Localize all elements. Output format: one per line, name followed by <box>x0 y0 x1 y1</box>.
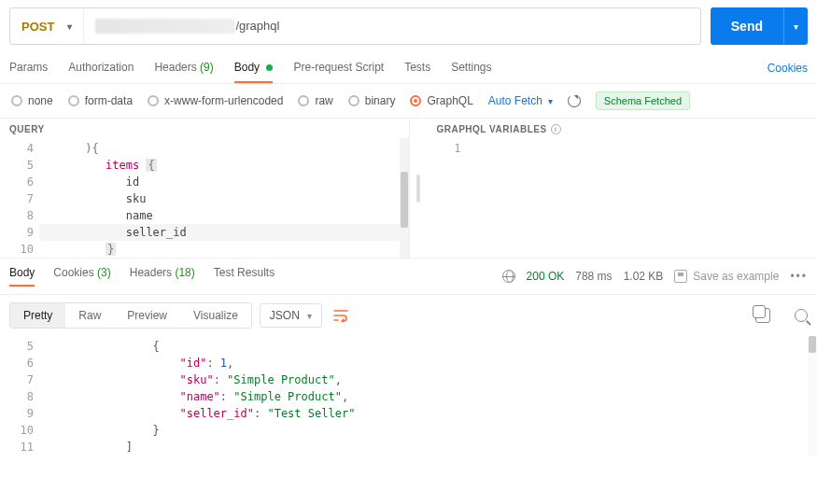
body-type-binary[interactable]: binary <box>348 94 396 107</box>
body-type-none[interactable]: none <box>11 94 53 107</box>
resp-time: 788 ms <box>575 270 612 283</box>
resp-tab-headers[interactable]: Headers (18) <box>130 266 195 287</box>
body-type-form-data[interactable]: form-data <box>68 94 133 107</box>
variables-gutter: 1 <box>427 138 466 258</box>
url-path: /graphql <box>235 19 279 33</box>
resp-headers-count: (18) <box>175 266 194 279</box>
view-preview-button[interactable]: Preview <box>114 303 180 328</box>
resp-tab-cookies[interactable]: Cookies (3) <box>53 266 110 287</box>
search-icon[interactable] <box>795 309 808 322</box>
resp-cookies-count: (3) <box>97 266 111 279</box>
tab-params[interactable]: Params <box>9 53 48 83</box>
cookies-link[interactable]: Cookies <box>768 62 808 75</box>
chevron-down-icon: ▾ <box>548 96 553 106</box>
radio-icon <box>410 95 421 106</box>
tab-headers[interactable]: Headers (9) <box>154 53 213 83</box>
http-method-label: POST <box>21 20 54 34</box>
chevron-down-icon: ▾ <box>794 21 798 32</box>
tab-body[interactable]: Body <box>234 53 274 83</box>
response-code: { "id": 1, "sku": "Simple Product", "nam… <box>39 336 817 455</box>
send-dropdown-button[interactable]: ▾ <box>783 7 808 45</box>
radio-icon <box>68 95 79 106</box>
query-scrollbar[interactable] <box>400 138 409 258</box>
resp-size: 1.02 KB <box>624 270 664 283</box>
tab-headers-count: (9) <box>200 61 214 74</box>
variables-editor-title: GRAPHQL VARIABLES <box>436 124 546 134</box>
tab-settings[interactable]: Settings <box>451 53 491 83</box>
info-icon[interactable]: i <box>551 124 561 134</box>
query-code[interactable]: ){ items { id sku name seller_id } } <box>39 138 409 258</box>
query-editor[interactable]: 4567891011 ){ items { id sku name seller… <box>0 138 409 258</box>
view-visualize-button[interactable]: Visualize <box>180 303 251 328</box>
tab-authorization[interactable]: Authorization <box>68 53 134 83</box>
tab-prerequest[interactable]: Pre-request Script <box>293 53 384 83</box>
radio-icon <box>11 95 22 106</box>
radio-icon <box>148 95 159 106</box>
globe-icon[interactable] <box>502 270 515 283</box>
grip-icon <box>416 175 420 203</box>
resp-view-mode: Pretty Raw Preview Visualize <box>9 302 252 329</box>
more-icon[interactable]: ••• <box>790 270 808 283</box>
radio-icon <box>348 95 359 106</box>
tab-tests[interactable]: Tests <box>404 53 430 83</box>
query-editor-title: QUERY <box>0 119 409 138</box>
body-type-graphql[interactable]: GraphQL <box>410 94 472 107</box>
variables-code[interactable] <box>466 138 817 258</box>
tab-headers-label: Headers <box>154 61 196 74</box>
scrollbar-thumb[interactable] <box>809 336 816 353</box>
modified-dot-icon <box>266 64 273 71</box>
resp-tab-body[interactable]: Body <box>9 266 35 287</box>
chevron-down-icon: ▾ <box>67 21 72 32</box>
view-pretty-button[interactable]: Pretty <box>10 303 65 328</box>
query-gutter: 4567891011 <box>0 138 39 258</box>
copy-icon[interactable] <box>755 308 770 323</box>
http-method-select[interactable]: POST ▾ <box>10 8 84 44</box>
resp-status: 200 OK <box>527 270 565 283</box>
auto-fetch-dropdown[interactable]: Auto Fetch ▾ <box>488 94 553 107</box>
resp-tab-test-results[interactable]: Test Results <box>214 266 275 287</box>
radio-icon <box>298 95 309 106</box>
variables-editor[interactable]: 1 <box>427 138 817 258</box>
schema-status-badge: Schema Fetched <box>596 91 690 110</box>
editor-splitter[interactable] <box>410 119 427 258</box>
response-gutter: 567891011 <box>0 336 39 455</box>
url-bar[interactable]: POST ▾ /graphql <box>9 7 701 45</box>
response-body-viewer[interactable]: 567891011 { "id": 1, "sku": "Simple Prod… <box>0 336 817 455</box>
save-as-example-button[interactable]: Save as example <box>674 270 779 283</box>
url-host-masked <box>95 19 235 34</box>
scrollbar-thumb[interactable] <box>401 172 408 228</box>
view-raw-button[interactable]: Raw <box>65 303 114 328</box>
refresh-schema-icon[interactable] <box>568 94 581 107</box>
send-button[interactable]: Send <box>711 7 783 45</box>
url-input[interactable]: /graphql <box>84 19 290 35</box>
wrap-lines-icon[interactable] <box>330 304 352 327</box>
chevron-down-icon: ▾ <box>307 311 312 321</box>
tab-body-label: Body <box>234 61 260 74</box>
response-scrollbar[interactable] <box>808 336 817 455</box>
body-type-raw[interactable]: raw <box>298 94 332 107</box>
body-type-urlencoded[interactable]: x-www-form-urlencoded <box>148 94 283 107</box>
resp-format-select[interactable]: JSON ▾ <box>260 303 322 328</box>
save-icon <box>674 270 687 283</box>
